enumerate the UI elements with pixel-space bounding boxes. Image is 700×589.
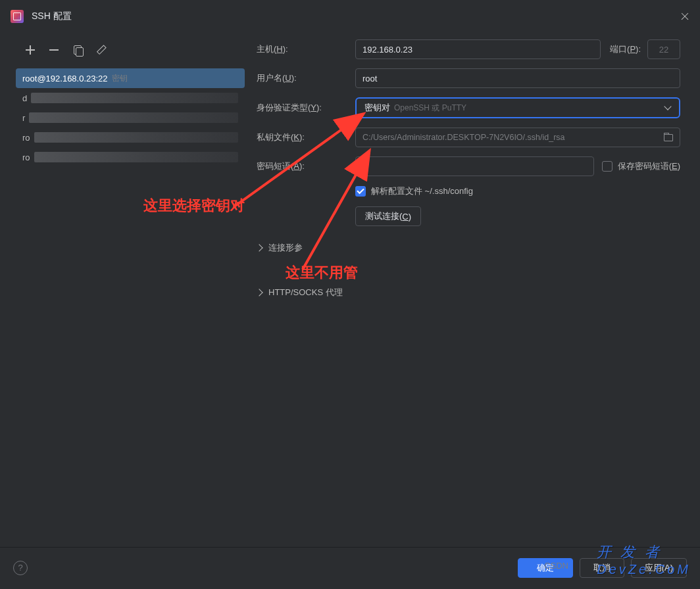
host-input[interactable]: 192.168.0.23: [355, 39, 601, 59]
port-input[interactable]: 22: [647, 39, 680, 59]
redacted: [31, 93, 238, 103]
form-panel: 主机(H): 192.168.0.23 端口(P): 22 用户名(U): ro…: [250, 33, 700, 547]
list-item-prefix: d: [22, 93, 27, 103]
close-icon[interactable]: [680, 12, 689, 21]
redacted: [29, 112, 238, 123]
section-label: 连接形参: [268, 242, 303, 254]
main-content: root@192.168.0.23:22 密钥 d r ro ro 主机(H):…: [0, 33, 700, 547]
window-title: SSH 配置: [32, 11, 72, 22]
passphrase-input[interactable]: [355, 156, 594, 176]
checkbox-icon: [602, 161, 612, 172]
private-key-label: 私钥文件(K):: [257, 131, 355, 143]
auth-type-value: 密钥对: [364, 102, 390, 114]
private-key-input[interactable]: C:/Users/Administrator.DESKTOP-7N2V6IO/.…: [355, 128, 680, 147]
edit-icon[interactable]: [94, 43, 109, 58]
app-icon: [11, 10, 24, 23]
list-item-prefix: ro: [22, 153, 30, 162]
save-passphrase-checkbox[interactable]: 保存密码短语(E): [602, 160, 680, 172]
list-item-meta: 密钥: [112, 73, 128, 84]
list-item-prefix: ro: [22, 133, 30, 143]
chevron-right-icon: [255, 244, 262, 251]
save-passphrase-label: 保存密码短语(E): [618, 160, 680, 172]
username-label: 用户名(U):: [257, 72, 355, 84]
add-icon[interactable]: [25, 45, 36, 55]
help-button[interactable]: ?: [13, 561, 28, 575]
redacted: [34, 132, 238, 143]
username-input[interactable]: root: [355, 68, 680, 88]
sidebar: root@192.168.0.23:22 密钥 d r ro ro: [0, 33, 250, 547]
checkbox-icon: [355, 186, 366, 197]
section-http-socks-proxy[interactable]: HTTP/SOCKS 代理: [257, 287, 680, 298]
dialog-footer: ? 确定 取消 应用(A): [0, 547, 700, 588]
titlebar: SSH 配置: [0, 0, 700, 33]
chevron-right-icon: [255, 289, 262, 296]
list-item[interactable]: ro: [16, 147, 245, 167]
host-label: 主机(H):: [257, 43, 355, 55]
port-label: 端口(P):: [610, 43, 641, 55]
list-item[interactable]: ro: [16, 128, 245, 147]
auth-type-hint: OpenSSH 或 PuTTY: [394, 103, 466, 114]
passphrase-label: 密码短语(A):: [257, 160, 355, 172]
remove-icon[interactable]: [49, 45, 59, 55]
folder-icon[interactable]: [664, 134, 673, 141]
parse-config-checkbox[interactable]: 解析配置文件 ~/.ssh/config: [355, 185, 473, 197]
list-item[interactable]: d: [16, 88, 245, 108]
list-item-prefix: r: [22, 113, 25, 123]
chevron-down-icon: [664, 105, 671, 111]
parse-config-label: 解析配置文件 ~/.ssh/config: [371, 185, 473, 197]
cancel-button[interactable]: 取消: [580, 558, 624, 578]
apply-button[interactable]: 应用(A): [631, 558, 687, 578]
private-key-value: C:/Users/Administrator.DESKTOP-7N2V6IO/.…: [362, 133, 565, 142]
watermark-csdn: CSDN: [544, 561, 568, 571]
auth-type-select[interactable]: 密钥对 OpenSSH 或 PuTTY: [355, 97, 680, 118]
list-item[interactable]: r: [16, 108, 245, 128]
copy-icon[interactable]: [72, 45, 83, 55]
list-item[interactable]: root@192.168.0.23:22 密钥: [16, 68, 245, 88]
auth-type-label: 身份验证类型(Y):: [257, 102, 355, 114]
list-item-label: root@192.168.0.23:22: [22, 74, 108, 83]
redacted: [34, 152, 238, 162]
section-label: HTTP/SOCKS 代理: [268, 287, 343, 298]
section-connection-params[interactable]: 连接形参: [257, 242, 680, 254]
test-connection-button[interactable]: 测试连接(C): [355, 206, 421, 226]
sidebar-toolbar: [16, 39, 245, 60]
